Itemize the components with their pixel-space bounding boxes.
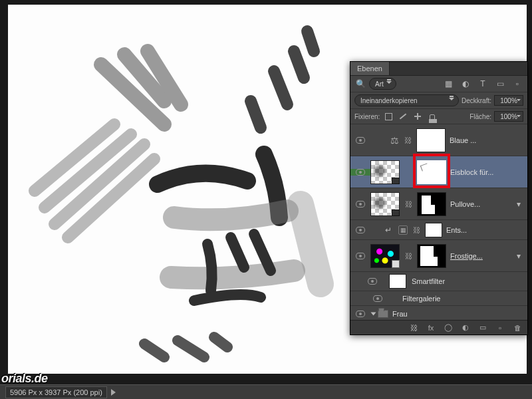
layer-filter-dropdown[interactable]: Art [369, 78, 396, 90]
fx-chevron-icon[interactable]: ▾ [513, 251, 525, 261]
mask-thumb[interactable] [417, 192, 446, 216]
smartobject-filter-icon[interactable]: ▫ [511, 78, 523, 89]
opacity-label: Deckkraft: [462, 97, 491, 104]
layer-label: Ents... [446, 226, 525, 234]
filter-row: 🔍 Art ▦ ◐ T ▭ ▫ [350, 76, 527, 92]
link-icon: ⛓ [404, 252, 413, 260]
layer-label: Blaue ... [450, 136, 525, 144]
layer-thumb[interactable] [370, 192, 400, 216]
layer-row-ents[interactable]: ↵ ▦ ⛓ Ents... [350, 220, 527, 240]
filter-label: Filtergalerie [402, 295, 523, 303]
link-icon: ⛓ [404, 200, 413, 208]
eye-icon[interactable] [368, 278, 377, 285]
layers-panel: Ebenen 🔍 Art ▦ ◐ T ▭ ▫ Ineinanderkopiere… [350, 61, 528, 335]
document-dimensions: 5906 Px x 3937 Px (200 ppi) [5, 386, 107, 398]
layers-list: ⚖ ⛓ Blaue ... Eisblock für... ⛓ Pul [350, 124, 527, 320]
mask-thumb[interactable] [425, 223, 442, 237]
filter-item[interactable]: Filtergalerie [350, 291, 527, 306]
chevron-down-icon[interactable] [371, 312, 376, 315]
fill-input[interactable]: 100% [494, 111, 523, 122]
blend-mode-dropdown[interactable]: Ineinanderkopieren [354, 94, 459, 106]
eye-icon[interactable] [356, 311, 365, 317]
fill-label: Fläche: [469, 113, 491, 120]
link-icon: ⛓ [403, 136, 412, 144]
play-icon[interactable] [111, 389, 116, 396]
fx-icon[interactable]: ▾ [513, 199, 525, 209]
eye-icon[interactable] [356, 227, 365, 233]
layer-thumb[interactable] [370, 160, 400, 184]
link-icon: ⛓ [412, 226, 421, 234]
mask-thumb[interactable] [417, 244, 446, 268]
layer-label: Frostige... [450, 252, 509, 260]
smartfilter-label: Smartfilter [412, 277, 523, 285]
shape-filter-icon[interactable]: ▭ [494, 78, 506, 89]
layer-row-frostige[interactable]: ⛓ Frostige... ▾ [350, 240, 527, 272]
adjustment-button[interactable]: ◐ [461, 323, 470, 332]
new-layer-button[interactable]: ▫ [495, 323, 505, 332]
clip-icon: ↵ [382, 225, 394, 235]
trash-icon[interactable]: 🗑 [513, 323, 522, 332]
layer-label: Pullove... [450, 200, 509, 208]
lock-position-icon[interactable] [412, 111, 424, 122]
lock-pixels-icon[interactable] [397, 111, 409, 122]
grid-icon: ▦ [398, 225, 408, 235]
tab-layers[interactable]: Ebenen [350, 62, 390, 75]
opacity-input[interactable]: 100% [494, 95, 523, 106]
layer-thumb[interactable] [370, 244, 400, 268]
group-label: Frau [392, 310, 527, 318]
blend-row: Ineinanderkopieren Deckkraft: 100% [350, 92, 527, 109]
smartfilter-row[interactable]: Smartfilter [350, 272, 527, 291]
fx-button[interactable]: fx [426, 323, 436, 332]
mask-thumb[interactable] [417, 160, 446, 184]
link-layers-icon[interactable]: ⛓ [409, 323, 418, 332]
folder-icon [378, 310, 388, 318]
smartfilter-thumb[interactable] [389, 274, 406, 289]
eye-icon[interactable] [356, 169, 365, 176]
layer-group-frau[interactable]: Frau [350, 306, 527, 320]
layer-row-pullover[interactable]: ⛓ Pullove... ▾ [350, 188, 527, 220]
panel-tabs: Ebenen [350, 62, 527, 76]
lock-all-icon[interactable] [426, 111, 438, 122]
image-filter-icon[interactable]: ▦ [442, 78, 454, 89]
layer-label: Eisblock für... [450, 168, 525, 176]
layer-row-blaue[interactable]: ⚖ ⛓ Blaue ... [350, 124, 527, 156]
adjustment-filter-icon[interactable]: ◐ [460, 78, 471, 89]
layer-row-eisblock[interactable]: Eisblock für... [350, 156, 527, 188]
group-button[interactable]: ▭ [478, 323, 487, 332]
lock-row: Fixieren: Fläche: 100% [350, 109, 527, 124]
mask-thumb[interactable] [416, 128, 446, 152]
panel-footer: ⛓ fx ◯ ◐ ▭ ▫ 🗑 [350, 320, 527, 334]
balance-icon: ⚖ [390, 135, 399, 146]
mask-button[interactable]: ◯ [444, 323, 453, 332]
search-icon: 🔍 [354, 78, 366, 89]
status-bar: 5906 Px x 3937 Px (200 ppi) [0, 384, 532, 399]
eye-icon[interactable] [373, 295, 382, 302]
lock-label: Fixieren: [354, 113, 380, 120]
eye-icon[interactable] [356, 253, 365, 259]
lock-transparency-icon[interactable] [382, 111, 394, 122]
text-filter-icon[interactable]: T [477, 78, 489, 89]
eye-icon[interactable] [356, 137, 365, 144]
eye-icon[interactable] [356, 201, 365, 207]
watermark: orials.de [1, 372, 48, 386]
